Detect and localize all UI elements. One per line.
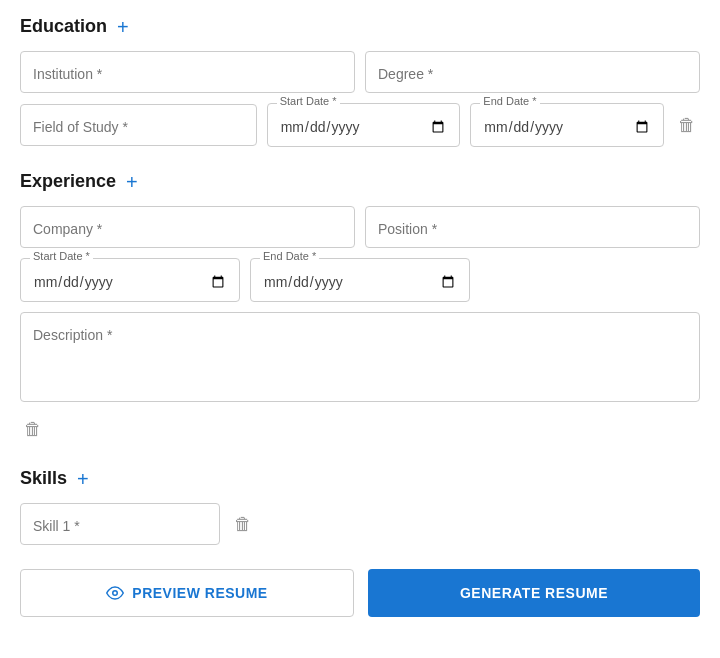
preview-resume-label: PREVIEW RESUME [132,585,267,601]
education-header: Education + [20,16,700,37]
education-title: Education [20,16,107,37]
skill1-field-group [20,503,220,545]
field-of-study-input[interactable] [20,104,257,146]
edu-end-date-group: End Date * [470,103,664,147]
edu-start-date-label: Start Date * [277,95,340,107]
exp-end-date-input[interactable] [250,258,470,302]
skills-header: Skills + [20,468,700,489]
edu-start-date-group: Start Date * [267,103,461,147]
company-field-group [20,206,355,248]
experience-row-1 [20,206,700,248]
trash-icon-skill: 🗑 [234,514,252,535]
skill1-delete-button[interactable]: 🗑 [230,510,256,539]
experience-row-3 [20,312,700,405]
skills-section: Skills + 🗑 [20,468,700,545]
trash-icon-exp: 🗑 [24,419,42,440]
edu-end-date-label: End Date * [480,95,539,107]
experience-row-2: Start Date * End Date * [20,258,700,302]
eye-icon [106,584,124,602]
degree-input[interactable] [365,51,700,93]
skills-add-button[interactable]: + [75,469,91,489]
education-delete-button[interactable]: 🗑 [674,111,700,140]
exp-end-date-label: End Date * [260,250,319,262]
description-field-group [20,312,700,405]
generate-resume-label: GENERATE RESUME [460,585,608,601]
exp-start-date-group: Start Date * [20,258,240,302]
education-row-2: Start Date * End Date * 🗑 [20,103,700,147]
company-input[interactable] [20,206,355,248]
skill-row-1: 🗑 [20,503,700,545]
education-row-1 [20,51,700,93]
description-textarea[interactable] [20,312,700,402]
field-of-study-group [20,104,257,146]
experience-header: Experience + [20,171,700,192]
education-section: Education + Start Date * End Date * 🗑 [20,16,700,147]
exp-end-date-group: End Date * [250,258,470,302]
bottom-bar: PREVIEW RESUME GENERATE RESUME [20,569,700,625]
experience-delete-row: 🗑 [20,415,700,444]
position-field-group [365,206,700,248]
position-input[interactable] [365,206,700,248]
trash-icon: 🗑 [678,115,696,136]
degree-field-group [365,51,700,93]
experience-add-button[interactable]: + [124,172,140,192]
svg-point-0 [113,591,118,596]
edu-end-date-input[interactable] [470,103,664,147]
experience-delete-button[interactable]: 🗑 [20,415,46,444]
institution-input[interactable] [20,51,355,93]
preview-resume-button[interactable]: PREVIEW RESUME [20,569,354,617]
education-add-button[interactable]: + [115,17,131,37]
generate-resume-button[interactable]: GENERATE RESUME [368,569,700,617]
edu-start-date-input[interactable] [267,103,461,147]
experience-title: Experience [20,171,116,192]
exp-start-date-label: Start Date * [30,250,93,262]
exp-start-date-input[interactable] [20,258,240,302]
institution-field-group [20,51,355,93]
skills-title: Skills [20,468,67,489]
experience-section: Experience + Start Date * End Date * 🗑 [20,171,700,444]
skill1-input[interactable] [20,503,220,545]
